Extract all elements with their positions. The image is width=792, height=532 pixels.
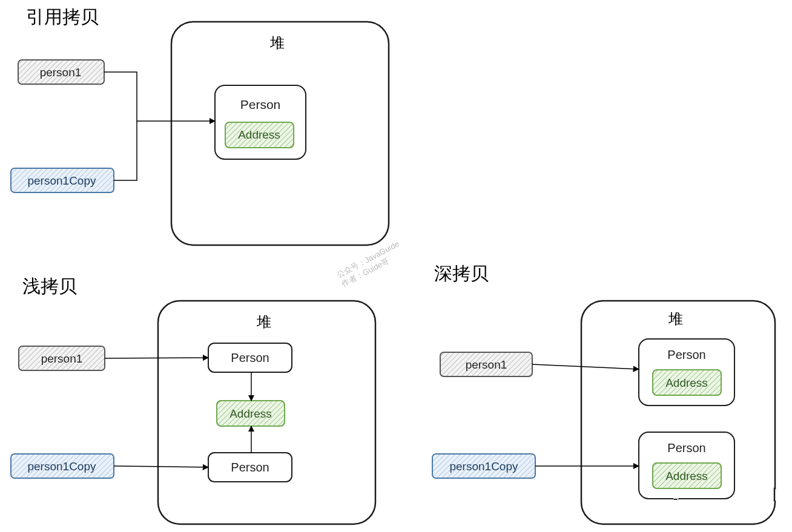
- deep-person1-label: person1: [466, 358, 507, 371]
- ref-copy-diagram: [11, 22, 389, 245]
- deep-heap-box: [581, 301, 775, 524]
- deep-person-top-label: Person: [667, 348, 705, 361]
- ref-copy-title: 引用拷贝: [26, 5, 99, 30]
- shallow-person-top-label: Person: [231, 351, 269, 364]
- ref-person1copy-label: person1Copy: [27, 174, 96, 187]
- deep-person1-arrow: [532, 364, 639, 369]
- deep-person1copy-label: person1Copy: [449, 460, 518, 473]
- deep-heap-label: 堆: [668, 309, 683, 329]
- deep-address-top-label: Address: [665, 376, 708, 389]
- ref-person1copy-arrow: [114, 121, 137, 180]
- shallow-heap-label: 堆: [257, 312, 271, 332]
- deep-copy-diagram: [432, 301, 775, 524]
- shallow-copy-title: 浅拷贝: [22, 274, 77, 299]
- shallow-person1-arrow: [105, 358, 208, 358]
- ref-heap-label: 堆: [270, 33, 285, 53]
- shallow-copy-diagram: [11, 301, 375, 524]
- deep-address-bottom-label: Address: [665, 470, 708, 482]
- ref-person-label: Person: [240, 97, 281, 111]
- shallow-person1-label: person1: [41, 352, 83, 365]
- shallow-person-bottom-label: Person: [231, 461, 269, 474]
- shallow-person1copy-arrow: [114, 466, 208, 467]
- ref-address-label: Address: [238, 128, 280, 141]
- deep-copy-title: 深拷贝: [434, 261, 489, 286]
- shallow-address-label: Address: [229, 407, 272, 420]
- shallow-person1copy-label: person1Copy: [27, 460, 96, 473]
- ref-person1-arrow: [104, 72, 215, 121]
- deep-person-bottom-label: Person: [667, 441, 705, 455]
- ref-person1-label: person1: [40, 66, 82, 79]
